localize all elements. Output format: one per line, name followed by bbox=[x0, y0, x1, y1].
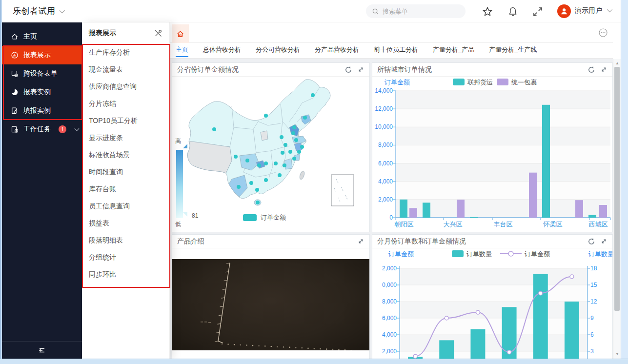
bar-大兴区-统一包裹[interactable] bbox=[457, 200, 465, 218]
favorite-star-icon[interactable] bbox=[482, 6, 493, 17]
sidebar-item-label: 填报实例 bbox=[23, 106, 51, 115]
combo-bar-5[interactable] bbox=[533, 274, 548, 359]
scroll-down-arrow[interactable]: ▼ bbox=[613, 351, 621, 358]
svg-text:8,000: 8,000 bbox=[382, 298, 397, 305]
svg-text:6,000: 6,000 bbox=[378, 160, 393, 167]
report-menu-item[interactable]: 段落明细表 bbox=[82, 232, 169, 249]
report-menu-item[interactable]: 显示进度条 bbox=[82, 129, 169, 146]
unpin-icon[interactable] bbox=[154, 29, 162, 38]
report-menu-item[interactable]: 现金流量表 bbox=[82, 61, 169, 78]
monthly-combo-chart[interactable]: 2,000180,000158,000126,00094,00062,0003订… bbox=[372, 248, 612, 359]
fullscreen-icon[interactable] bbox=[532, 6, 543, 17]
report-menu-item[interactable]: 同步环比 bbox=[82, 266, 169, 283]
report-menu-item[interactable]: 时间段查询 bbox=[82, 163, 169, 181]
report-menu-item[interactable]: 供应商信息查询 bbox=[82, 78, 169, 95]
dashboard-tab[interactable]: 产量分析_生产线 bbox=[489, 43, 537, 57]
notification-bell-icon[interactable] bbox=[507, 6, 518, 17]
bar-丰台区-统一包裹[interactable] bbox=[529, 173, 537, 218]
sidebar-item-fill-report-instance[interactable]: 填报实例 bbox=[2, 101, 82, 120]
sidebar-item-report-display[interactable]: 报表展示 bbox=[2, 46, 82, 64]
line-point-6[interactable] bbox=[570, 275, 574, 279]
bar-丰台区-联邦货运[interactable] bbox=[542, 105, 550, 218]
bar-朝阳区-联邦货运[interactable] bbox=[400, 200, 407, 218]
dashboard-tabs: 主页总体营收分析分公司营收分析分产品营收分析前十位员工分析产量分析_产品产量分析… bbox=[170, 43, 613, 59]
sidebar-item-report-instance[interactable]: 报表实例 bbox=[2, 83, 82, 101]
sidebar-collapse-button[interactable] bbox=[2, 341, 82, 359]
svg-text:订单数量: 订单数量 bbox=[588, 250, 612, 258]
bar-朝阳区-联邦货运[interactable] bbox=[423, 202, 430, 218]
panel-province-order-map: 分省份订单金额情况 高 50000 81 低 订单金额 bbox=[172, 62, 370, 232]
bar-朝阳区-统一包裹[interactable] bbox=[409, 208, 417, 218]
scroll-up-arrow[interactable]: ▲ bbox=[613, 60, 621, 67]
svg-text:2,000: 2,000 bbox=[382, 265, 397, 272]
refresh-icon[interactable] bbox=[344, 66, 352, 74]
refresh-icon[interactable] bbox=[587, 66, 595, 74]
line-point-1[interactable] bbox=[413, 354, 417, 358]
dashboard-tab[interactable]: 分产品营收分析 bbox=[315, 43, 359, 57]
scrollbar-thumb[interactable] bbox=[614, 67, 620, 311]
report-menu-item[interactable]: TOP10员工分析 bbox=[82, 112, 169, 129]
bar-大兴区-联邦货运[interactable] bbox=[470, 217, 478, 218]
sidebar-item-work-tasks[interactable]: 工作任务 1 bbox=[2, 120, 82, 139]
dashboard-tab[interactable]: 前十位员工分析 bbox=[374, 43, 418, 57]
expand-icon[interactable] bbox=[357, 238, 365, 245]
dashboard-tab[interactable]: 分公司营收分析 bbox=[256, 43, 300, 57]
refresh-icon[interactable] bbox=[587, 238, 595, 245]
china-map[interactable] bbox=[185, 75, 371, 213]
sidebar-item-home[interactable]: 主页 bbox=[2, 27, 82, 46]
line-point-5[interactable] bbox=[539, 291, 543, 295]
more-options-icon[interactable] bbox=[598, 28, 608, 39]
combo-bar-6[interactable] bbox=[565, 302, 579, 359]
map-legend[interactable]: 订单金额 bbox=[243, 213, 286, 222]
bar-怀柔区-统一包裹[interactable] bbox=[575, 200, 583, 218]
app-header: 乐创者试用 演示用户 bbox=[2, 0, 621, 22]
svg-text:12: 12 bbox=[590, 298, 597, 305]
line-point-2[interactable] bbox=[445, 316, 448, 320]
svg-text:6: 6 bbox=[590, 331, 594, 338]
svg-text:14,000: 14,000 bbox=[375, 87, 393, 94]
combo-bar-3[interactable] bbox=[470, 329, 485, 359]
line-point-4[interactable] bbox=[507, 350, 511, 354]
report-menu-item[interactable]: 库存台账 bbox=[82, 181, 169, 198]
city-bar-chart[interactable]: 02,0004,0006,0008,00010,00012,00014,000朝… bbox=[372, 77, 612, 232]
bar-怀柔区-联邦货运[interactable] bbox=[588, 215, 596, 218]
search-input[interactable] bbox=[383, 8, 456, 15]
home-tab[interactable] bbox=[172, 24, 189, 43]
report-menu-item[interactable]: 生产库存分析 bbox=[82, 44, 169, 61]
dashboard-tab[interactable]: 产量分析_产品 bbox=[433, 43, 474, 57]
menu-search[interactable] bbox=[366, 4, 466, 18]
dashboard-tab[interactable]: 总体营收分析 bbox=[203, 43, 241, 57]
combo-bar-2[interactable] bbox=[439, 340, 454, 359]
user-name[interactable]: 演示用户 bbox=[575, 6, 602, 15]
dashboard-tab[interactable]: 主页 bbox=[176, 43, 188, 57]
expand-icon[interactable] bbox=[600, 66, 608, 73]
home-icon bbox=[176, 30, 184, 38]
report-menu-item[interactable]: 分组统计 bbox=[82, 249, 169, 266]
report-menu-item[interactable]: 标准收益场景 bbox=[82, 146, 169, 163]
panel-title: 分月份订单数和订单金额情况 bbox=[377, 235, 583, 248]
chevron-down-icon bbox=[59, 7, 64, 13]
user-avatar[interactable] bbox=[557, 4, 571, 18]
report-menu-item[interactable]: 分片冻结 bbox=[82, 95, 169, 112]
product-intro-video[interactable] bbox=[172, 259, 369, 350]
bar-chart-icon bbox=[11, 51, 19, 59]
report-submenu-panel: 报表展示 生产库存分析现金流量表供应商信息查询分片冻结TOP10员工分析显示进度… bbox=[82, 22, 170, 359]
report-menu-item[interactable]: 损益表 bbox=[82, 215, 169, 232]
expand-icon[interactable] bbox=[357, 66, 365, 73]
svg-text:丰台区: 丰台区 bbox=[494, 221, 513, 228]
vertical-scrollbar[interactable]: ▲ ▼ bbox=[613, 59, 621, 359]
svg-text:订单金额: 订单金额 bbox=[385, 79, 410, 86]
sidebar-item-cross-device-form[interactable]: 跨设备表单 bbox=[2, 64, 82, 83]
app-logo[interactable]: 乐创者试用 bbox=[2, 5, 63, 17]
line-point-3[interactable] bbox=[476, 310, 480, 314]
expand-icon[interactable] bbox=[600, 238, 608, 245]
order-amount-swatch bbox=[243, 214, 257, 221]
user-chevron-down-icon[interactable] bbox=[607, 7, 612, 12]
main-content: 主页总体营收分析分公司营收分析分产品营收分析前十位员工分析产量分析_产品产量分析… bbox=[170, 22, 613, 359]
task-count-badge: 1 bbox=[59, 125, 66, 133]
report-menu-item[interactable]: 员工信息查询 bbox=[82, 198, 169, 215]
map-color-gradient bbox=[176, 150, 183, 218]
svg-text:订单金额: 订单金额 bbox=[388, 250, 414, 258]
bar-西城区-统一包裹[interactable] bbox=[599, 205, 607, 218]
chevron-down-icon[interactable] bbox=[75, 126, 80, 131]
